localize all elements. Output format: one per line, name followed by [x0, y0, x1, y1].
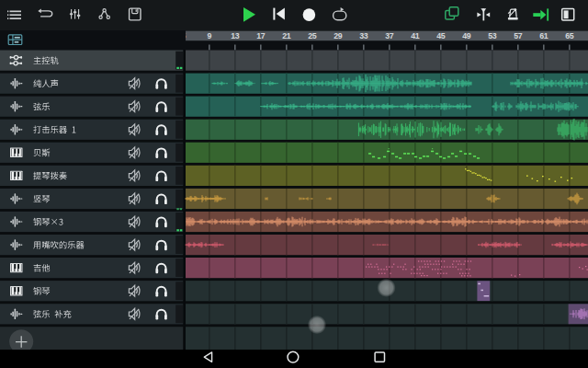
svg-text:41: 41 [411, 31, 420, 40]
svg-text:9: 9 [208, 31, 212, 40]
svg-text:57: 57 [514, 31, 523, 40]
svg-text:61: 61 [539, 31, 548, 40]
svg-text:49: 49 [462, 31, 471, 40]
svg-text:13: 13 [231, 31, 240, 40]
svg-text:25: 25 [308, 31, 317, 40]
svg-text:65: 65 [565, 31, 574, 40]
svg-text:29: 29 [334, 31, 343, 40]
svg-text:53: 53 [488, 31, 497, 40]
svg-text:21: 21 [282, 31, 291, 40]
svg-text:45: 45 [436, 31, 446, 40]
svg-text:37: 37 [385, 31, 394, 40]
svg-text:17: 17 [256, 31, 266, 40]
svg-text:33: 33 [359, 31, 368, 40]
